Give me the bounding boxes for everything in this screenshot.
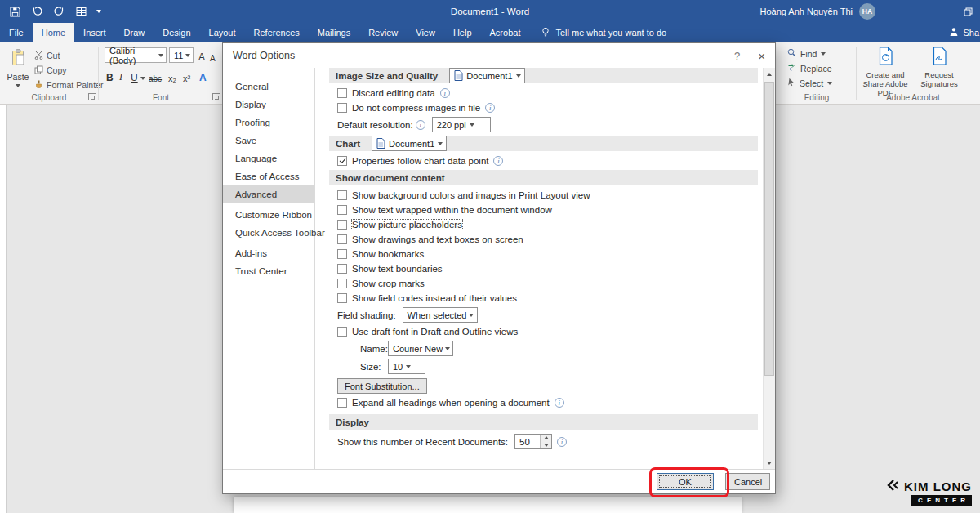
spinner-down-icon[interactable] — [541, 442, 551, 449]
font-name-combobox[interactable]: Calibri (Body) — [105, 47, 167, 63]
checkbox[interactable] — [337, 398, 347, 408]
strikethrough-button[interactable]: abc — [147, 69, 163, 83]
checkbox-row[interactable]: Show text boundaries — [337, 263, 758, 274]
superscript-button[interactable]: x² — [181, 69, 192, 83]
checkbox-row[interactable]: Show text wrapped within the document wi… — [337, 204, 758, 215]
ribbon-tab[interactable]: Design — [154, 23, 199, 42]
nav-item[interactable]: Add-ins — [223, 244, 314, 262]
checkbox-label: Expand all headings when opening a docum… — [352, 398, 550, 408]
draft-font-name-dropdown[interactable]: Courier New — [388, 341, 453, 356]
find-button[interactable]: Find — [787, 47, 826, 60]
expand-headings-row[interactable]: Expand all headings when opening a docum… — [337, 397, 758, 408]
italic-button[interactable]: I — [118, 69, 124, 83]
share-button[interactable]: Sha — [949, 23, 980, 42]
ok-button[interactable]: OK — [657, 473, 714, 490]
cancel-button[interactable]: Cancel — [725, 473, 770, 490]
avatar[interactable]: HA — [859, 3, 875, 20]
spinner-up-icon[interactable] — [541, 435, 551, 442]
nav-item[interactable]: Language — [223, 149, 314, 167]
ribbon-tab[interactable]: Help — [444, 23, 481, 42]
ribbon-tab[interactable]: Acrobat — [481, 23, 530, 42]
undo-icon[interactable] — [30, 5, 43, 18]
underline-button[interactable]: U — [129, 69, 140, 83]
request-signatures-button[interactable]: Request Signatures — [913, 47, 965, 88]
redo-icon[interactable] — [52, 5, 65, 18]
do-not-compress-row[interactable]: Do not compress images in file — [337, 102, 758, 113]
checkbox-row[interactable]: Show drawings and text boxes on screen — [337, 234, 758, 244]
save-icon[interactable] — [8, 5, 21, 18]
checkbox[interactable] — [337, 156, 347, 166]
checkbox[interactable] — [337, 88, 347, 98]
checkbox[interactable] — [337, 190, 347, 200]
font-size-combobox[interactable]: 11 — [169, 47, 194, 63]
nav-item[interactable]: Ease of Access — [223, 167, 314, 185]
field-shading-dropdown[interactable]: When selected — [403, 307, 478, 323]
properties-follow-chart-row[interactable]: Properties follow chart data point — [337, 155, 758, 166]
qat-customize-caret-icon[interactable] — [96, 10, 101, 13]
restore-window-icon[interactable] — [956, 0, 980, 23]
scroll-down-icon[interactable] — [764, 457, 775, 469]
help-icon[interactable]: ? — [734, 50, 740, 62]
nav-item[interactable]: Display — [223, 96, 314, 114]
nav-item[interactable]: Quick Access Toolbar — [223, 224, 314, 242]
select-button[interactable]: Select — [787, 77, 832, 89]
cut-button[interactable]: Cut — [34, 49, 60, 62]
underline-caret-icon[interactable] — [140, 77, 145, 80]
create-share-pdf-button[interactable]: Create and Share Adobe PDF — [859, 47, 911, 97]
default-resolution-dropdown[interactable]: 220 ppi — [432, 117, 491, 132]
checkbox[interactable] — [337, 279, 347, 288]
ribbon-tab[interactable]: Draw — [115, 23, 154, 42]
font-substitution-button[interactable]: Font Substitution... — [337, 378, 427, 394]
touch-mode-icon[interactable] — [74, 5, 87, 18]
bold-button[interactable]: B — [105, 69, 115, 83]
font-dialog-launcher-icon[interactable] — [212, 93, 220, 100]
nav-item[interactable]: General — [223, 78, 314, 96]
scrollbar-thumb[interactable] — [764, 82, 774, 376]
chart-scope-dropdown[interactable]: Document1 — [372, 136, 447, 151]
ribbon-tab[interactable]: Insert — [74, 23, 115, 42]
checkbox[interactable] — [337, 234, 347, 244]
replace-button[interactable]: Replace — [787, 62, 832, 74]
checkbox[interactable] — [337, 327, 347, 337]
recent-documents-spinner[interactable]: 50 — [514, 434, 552, 449]
tell-me-box[interactable]: Tell me what you want to do — [541, 23, 666, 42]
ribbon-tab[interactable]: Review — [359, 23, 407, 42]
checkbox[interactable] — [337, 103, 347, 113]
dialog-scrollbar[interactable] — [763, 68, 775, 469]
nav-item[interactable]: Save — [223, 132, 314, 149]
close-icon[interactable]: × — [758, 49, 765, 63]
checkbox[interactable] — [337, 249, 347, 259]
ribbon-tab[interactable]: File — [0, 23, 33, 42]
nav-item[interactable]: Proofing — [223, 114, 314, 132]
draft-font-row[interactable]: Use draft font in Draft and Outline view… — [337, 326, 758, 337]
nav-item[interactable]: Trust Center — [223, 262, 314, 280]
draft-font-size-dropdown[interactable]: 10 — [388, 359, 425, 374]
ribbon-tab[interactable]: References — [245, 23, 309, 42]
ribbon-tab[interactable]: View — [407, 23, 444, 42]
grow-font-button[interactable]: A — [197, 48, 207, 63]
checkbox-row[interactable]: Show field codes instead of their values — [337, 292, 758, 303]
checkbox-row[interactable]: Show bookmarks — [337, 248, 758, 259]
discard-editing-data-row[interactable]: Discard editing data — [337, 87, 758, 98]
subscript-button[interactable]: x₂ — [167, 69, 178, 83]
scroll-up-icon[interactable] — [764, 68, 775, 80]
nav-item[interactable]: Advanced — [223, 185, 314, 203]
nav-item[interactable]: Customize Ribbon — [223, 206, 314, 224]
ribbon-tab[interactable]: Layout — [200, 23, 245, 42]
copy-button[interactable]: Copy — [34, 64, 67, 77]
checkbox-row[interactable]: Show crop marks — [337, 278, 758, 288]
ribbon-tab[interactable]: Mailings — [309, 23, 359, 42]
checkbox-row[interactable]: Show picture placeholders — [337, 219, 758, 230]
ribbon-tab[interactable]: Home — [33, 23, 74, 42]
shrink-font-button[interactable]: A — [208, 48, 217, 63]
checkbox[interactable] — [337, 293, 347, 303]
format-painter-button[interactable]: Format Painter — [34, 78, 103, 91]
clipboard-dialog-launcher-icon[interactable] — [88, 93, 96, 100]
checkbox[interactable] — [337, 205, 347, 215]
text-effects-button[interactable]: A — [198, 69, 208, 83]
image-quality-scope-dropdown[interactable]: Document1 — [449, 68, 524, 83]
checkbox[interactable] — [337, 220, 347, 230]
paste-button[interactable]: Paste — [3, 46, 33, 96]
checkbox[interactable] — [337, 264, 347, 274]
checkbox-row[interactable]: Show background colors and images in Pri… — [337, 190, 758, 200]
